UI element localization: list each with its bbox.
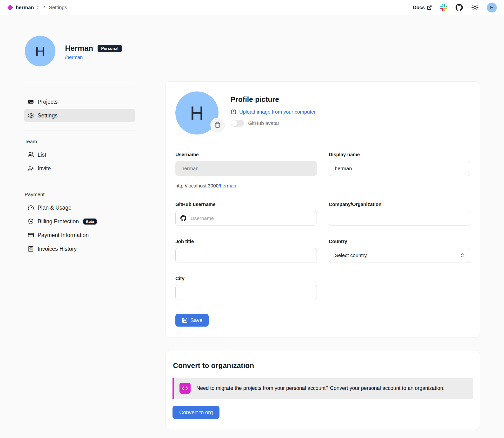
chevrons-up-down-icon [35,5,40,10]
receipt-icon [28,246,34,252]
sidebar-item-label: Plan & Usage [38,205,71,211]
profile-settings-card: H Profile picture [165,81,480,337]
sidebar-item-projects[interactable]: Projects [24,95,135,108]
display-name-input[interactable] [329,161,470,176]
sidebar-item-plan-usage[interactable]: Plan & Usage [24,201,135,214]
theme-toggle-button[interactable] [471,4,479,11]
sidebar: Projects Settings Team List [24,88,135,263]
save-button-label: Save [190,317,202,323]
sidebar-section-title: Payment [24,192,135,197]
city-input[interactable] [175,285,317,300]
sidebar-section-team: Team List Invite [24,131,135,183]
sidebar-item-team-list[interactable]: List [24,148,135,161]
profile-picture-title: Profile picture [230,95,316,103]
convert-to-organization-card: Convert to organization Need to migrate … [165,350,480,430]
code-icon [180,383,191,394]
credit-card-icon [28,232,34,238]
job-title-input[interactable] [175,248,317,263]
shield-plus-icon [28,218,34,225]
trash-icon [214,122,221,128]
sidebar-item-billing-protection[interactable]: Billing Protection Beta [24,215,135,228]
main-column: H Profile picture [165,81,480,430]
topbar: herman / Settings Docs [0,0,504,15]
sidebar-item-invoices-history[interactable]: Invoices History [24,242,135,255]
users-icon [28,152,34,158]
profile-handle-link[interactable]: /herman [65,55,122,60]
company-input[interactable] [329,211,470,226]
github-username-input[interactable] [175,211,317,226]
profile-url-user-link[interactable]: herman [220,183,236,188]
docs-link-label: Docs [413,5,425,10]
profile-header: H Herman Personal /herman [25,36,480,66]
workspace-name: herman [16,5,34,10]
sidebar-item-label: List [38,152,46,158]
slack-icon [440,4,447,11]
sidebar-section-title: Team [24,139,135,144]
display-name-label: Display name [329,152,470,157]
convert-button-label: Convert to org [179,409,213,416]
sidebar-item-label: Settings [38,112,57,119]
workspace-switcher[interactable]: herman [16,5,40,10]
username-field-group: Username http://localhost:3000/herman [175,152,317,189]
username-input [175,161,317,176]
breadcrumb: herman / Settings [7,5,67,10]
country-field-group: Country Select country [329,239,470,263]
convert-notice-banner: Need to migrate the projects from your p… [172,378,473,399]
github-username-label: GitHub username [175,202,317,207]
country-select[interactable]: Select country [329,248,470,263]
github-username-field-group: GitHub username [175,202,317,226]
save-button[interactable]: Save [175,314,209,327]
breadcrumb-current-page: Settings [49,5,67,10]
country-select-value: Select country [335,252,367,258]
github-icon [455,4,463,11]
sidebar-item-payment-information[interactable]: Payment Information [24,229,135,242]
city-field-group: City [175,276,317,300]
convert-card-title: Convert to organization [173,361,473,370]
profile-header-text: Herman Personal /herman [65,36,122,66]
chevrons-up-down-icon [460,253,465,258]
external-link-icon [427,5,432,10]
sun-icon [471,4,479,11]
sidebar-item-label: Billing Protection [38,218,79,225]
sidebar-item-label: Invite [38,165,51,172]
beta-badge: Beta [83,219,97,225]
profile-url-prefix: http://localhost:3000/ [175,183,220,188]
slack-button[interactable] [440,4,447,11]
breadcrumb-separator: / [44,5,45,10]
user-plus-icon [28,165,34,172]
sidebar-item-label: Invoices History [38,246,77,252]
toggle-knob [231,120,237,126]
sidebar-item-settings[interactable]: Settings [24,109,135,122]
gauge-icon [28,205,34,211]
upload-image-link[interactable]: Upload image from your computer [230,109,316,115]
profile-name: Herman [65,44,93,53]
job-title-field-group: Job title [175,239,317,263]
topbar-actions: Docs H [413,3,497,12]
profile-avatar-initial: H [35,43,45,59]
convert-notice-text: Need to migrate the projects from your p… [196,385,445,391]
sidebar-item-team-invite[interactable]: Invite [24,162,135,175]
sidebar-item-label: Projects [38,99,57,105]
avatar-initial: H [490,5,493,10]
delete-avatar-button[interactable] [210,118,225,132]
github-avatar-toggle-label: GitHub avatar [248,120,279,126]
github-button[interactable] [455,4,463,11]
github-avatar-toggle[interactable] [230,120,244,127]
sidebar-item-label: Payment Information [38,232,89,239]
user-avatar[interactable]: H [487,3,497,12]
save-icon [182,317,188,323]
convert-to-org-button[interactable]: Convert to org [172,406,219,419]
github-input-icon [180,215,186,221]
job-title-label: Job title [175,239,317,244]
projects-icon [28,99,34,105]
upload-icon [230,109,237,115]
username-label: Username [175,152,317,157]
city-label: City [175,276,317,281]
upload-link-label: Upload image from your computer [239,109,316,115]
docs-link[interactable]: Docs [413,5,432,10]
gear-icon [28,112,34,119]
profile-picture: H [175,91,218,134]
profile-name-row: Herman Personal [65,44,122,53]
profile-url: http://localhost:3000/herman [175,183,317,189]
profile-picture-initial: H [190,102,204,124]
